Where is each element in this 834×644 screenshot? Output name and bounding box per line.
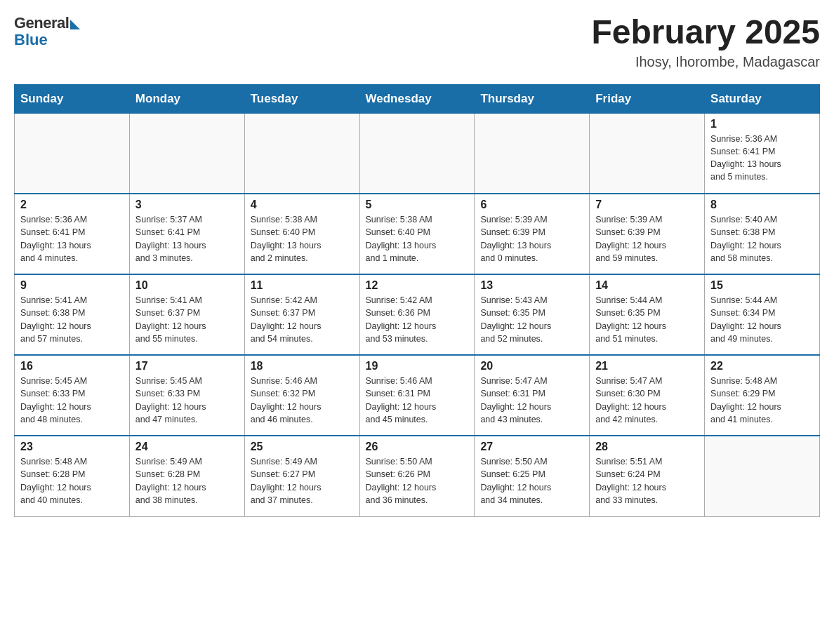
- table-row: 18Sunrise: 5:46 AMSunset: 6:32 PMDayligh…: [244, 355, 359, 436]
- day-number: 4: [251, 199, 354, 211]
- day-number: 7: [595, 199, 699, 211]
- day-number: 9: [20, 279, 124, 292]
- table-row: [129, 113, 244, 194]
- day-number: 1: [710, 118, 814, 130]
- table-row: 26Sunrise: 5:50 AMSunset: 6:26 PMDayligh…: [359, 436, 475, 516]
- day-info: Sunrise: 5:41 AMSunset: 6:38 PMDaylight:…: [20, 294, 124, 345]
- day-info: Sunrise: 5:42 AMSunset: 6:37 PMDaylight:…: [251, 294, 354, 345]
- day-number: 12: [366, 279, 469, 292]
- day-number: 22: [710, 360, 814, 373]
- table-row: 14Sunrise: 5:44 AMSunset: 6:35 PMDayligh…: [590, 274, 705, 355]
- col-saturday: Saturday: [705, 84, 820, 113]
- day-info: Sunrise: 5:48 AMSunset: 6:29 PMDaylight:…: [710, 375, 814, 426]
- table-row: [705, 436, 820, 516]
- title-section: February 2025 Ihosy, Ihorombe, Madagasca…: [591, 14, 820, 70]
- day-info: Sunrise: 5:40 AMSunset: 6:38 PMDaylight:…: [710, 213, 814, 264]
- table-row: 4Sunrise: 5:38 AMSunset: 6:40 PMDaylight…: [244, 194, 359, 274]
- day-info: Sunrise: 5:50 AMSunset: 6:25 PMDaylight:…: [480, 455, 583, 507]
- day-number: 17: [135, 360, 239, 373]
- table-row: 5Sunrise: 5:38 AMSunset: 6:40 PMDaylight…: [359, 194, 475, 274]
- day-info: Sunrise: 5:44 AMSunset: 6:35 PMDaylight:…: [595, 294, 699, 345]
- calendar-header-row: Sunday Monday Tuesday Wednesday Thursday…: [15, 84, 820, 113]
- day-info: Sunrise: 5:46 AMSunset: 6:31 PMDaylight:…: [366, 375, 469, 426]
- table-row: 2Sunrise: 5:36 AMSunset: 6:41 PMDaylight…: [15, 194, 130, 274]
- location: Ihosy, Ihorombe, Madagascar: [591, 54, 820, 70]
- table-row: 22Sunrise: 5:48 AMSunset: 6:29 PMDayligh…: [705, 355, 820, 436]
- day-info: Sunrise: 5:44 AMSunset: 6:34 PMDaylight:…: [710, 294, 814, 345]
- logo-blue-text: Blue: [14, 31, 48, 49]
- day-number: 20: [480, 360, 583, 373]
- table-row: 23Sunrise: 5:48 AMSunset: 6:28 PMDayligh…: [15, 436, 130, 516]
- day-info: Sunrise: 5:39 AMSunset: 6:39 PMDaylight:…: [595, 213, 699, 264]
- day-info: Sunrise: 5:43 AMSunset: 6:35 PMDaylight:…: [480, 294, 583, 345]
- table-row: 25Sunrise: 5:49 AMSunset: 6:27 PMDayligh…: [244, 436, 359, 516]
- day-info: Sunrise: 5:42 AMSunset: 6:36 PMDaylight:…: [366, 294, 469, 345]
- table-row: 17Sunrise: 5:45 AMSunset: 6:33 PMDayligh…: [129, 355, 244, 436]
- week-row-5: 23Sunrise: 5:48 AMSunset: 6:28 PMDayligh…: [15, 436, 820, 516]
- week-row-4: 16Sunrise: 5:45 AMSunset: 6:33 PMDayligh…: [15, 355, 820, 436]
- day-number: 8: [710, 199, 814, 211]
- logo-general-text: General: [14, 14, 69, 32]
- day-info: Sunrise: 5:47 AMSunset: 6:31 PMDaylight:…: [480, 375, 583, 426]
- day-number: 10: [135, 279, 239, 292]
- week-row-1: 1Sunrise: 5:36 AMSunset: 6:41 PMDaylight…: [15, 113, 820, 194]
- day-info: Sunrise: 5:48 AMSunset: 6:28 PMDaylight:…: [20, 455, 124, 507]
- day-number: 19: [366, 360, 469, 373]
- day-info: Sunrise: 5:50 AMSunset: 6:26 PMDaylight:…: [366, 455, 469, 507]
- day-number: 28: [595, 441, 699, 453]
- day-number: 16: [20, 360, 124, 373]
- col-wednesday: Wednesday: [359, 84, 475, 113]
- day-info: Sunrise: 5:49 AMSunset: 6:28 PMDaylight:…: [135, 455, 239, 507]
- day-number: 24: [135, 441, 239, 453]
- day-number: 23: [20, 441, 124, 453]
- month-title: February 2025: [591, 14, 820, 51]
- day-info: Sunrise: 5:46 AMSunset: 6:32 PMDaylight:…: [251, 375, 354, 426]
- table-row: [15, 113, 130, 194]
- table-row: 19Sunrise: 5:46 AMSunset: 6:31 PMDayligh…: [359, 355, 475, 436]
- day-info: Sunrise: 5:36 AMSunset: 6:41 PMDaylight:…: [20, 213, 124, 264]
- table-row: [475, 113, 590, 194]
- table-row: 27Sunrise: 5:50 AMSunset: 6:25 PMDayligh…: [475, 436, 590, 516]
- table-row: [244, 113, 359, 194]
- table-row: 6Sunrise: 5:39 AMSunset: 6:39 PMDaylight…: [475, 194, 590, 274]
- day-info: Sunrise: 5:51 AMSunset: 6:24 PMDaylight:…: [595, 455, 699, 507]
- table-row: 16Sunrise: 5:45 AMSunset: 6:33 PMDayligh…: [15, 355, 130, 436]
- day-number: 14: [595, 279, 699, 292]
- day-number: 3: [135, 199, 239, 211]
- day-info: Sunrise: 5:38 AMSunset: 6:40 PMDaylight:…: [366, 213, 469, 264]
- logo-arrow-icon: [70, 20, 80, 29]
- table-row: 20Sunrise: 5:47 AMSunset: 6:31 PMDayligh…: [475, 355, 590, 436]
- day-number: 15: [710, 279, 814, 292]
- table-row: 13Sunrise: 5:43 AMSunset: 6:35 PMDayligh…: [475, 274, 590, 355]
- table-row: 1Sunrise: 5:36 AMSunset: 6:41 PMDaylight…: [705, 113, 820, 194]
- table-row: 24Sunrise: 5:49 AMSunset: 6:28 PMDayligh…: [129, 436, 244, 516]
- day-number: 18: [251, 360, 354, 373]
- col-friday: Friday: [590, 84, 705, 113]
- week-row-2: 2Sunrise: 5:36 AMSunset: 6:41 PMDaylight…: [15, 194, 820, 274]
- col-thursday: Thursday: [475, 84, 590, 113]
- col-monday: Monday: [129, 84, 244, 113]
- logo: General Blue: [14, 14, 80, 49]
- table-row: [590, 113, 705, 194]
- day-number: 21: [595, 360, 699, 373]
- table-row: 12Sunrise: 5:42 AMSunset: 6:36 PMDayligh…: [359, 274, 475, 355]
- table-row: 11Sunrise: 5:42 AMSunset: 6:37 PMDayligh…: [244, 274, 359, 355]
- table-row: 3Sunrise: 5:37 AMSunset: 6:41 PMDaylight…: [129, 194, 244, 274]
- day-number: 6: [480, 199, 583, 211]
- day-info: Sunrise: 5:36 AMSunset: 6:41 PMDaylight:…: [710, 133, 814, 184]
- table-row: 7Sunrise: 5:39 AMSunset: 6:39 PMDaylight…: [590, 194, 705, 274]
- col-sunday: Sunday: [15, 84, 130, 113]
- day-info: Sunrise: 5:39 AMSunset: 6:39 PMDaylight:…: [480, 213, 583, 264]
- table-row: 9Sunrise: 5:41 AMSunset: 6:38 PMDaylight…: [15, 274, 130, 355]
- day-info: Sunrise: 5:47 AMSunset: 6:30 PMDaylight:…: [595, 375, 699, 426]
- day-number: 5: [366, 199, 469, 211]
- day-info: Sunrise: 5:49 AMSunset: 6:27 PMDaylight:…: [251, 455, 354, 507]
- day-number: 25: [251, 441, 354, 453]
- table-row: [359, 113, 475, 194]
- day-info: Sunrise: 5:38 AMSunset: 6:40 PMDaylight:…: [251, 213, 354, 264]
- table-row: 8Sunrise: 5:40 AMSunset: 6:38 PMDaylight…: [705, 194, 820, 274]
- day-number: 27: [480, 441, 583, 453]
- day-info: Sunrise: 5:37 AMSunset: 6:41 PMDaylight:…: [135, 213, 239, 264]
- table-row: 28Sunrise: 5:51 AMSunset: 6:24 PMDayligh…: [590, 436, 705, 516]
- day-number: 11: [251, 279, 354, 292]
